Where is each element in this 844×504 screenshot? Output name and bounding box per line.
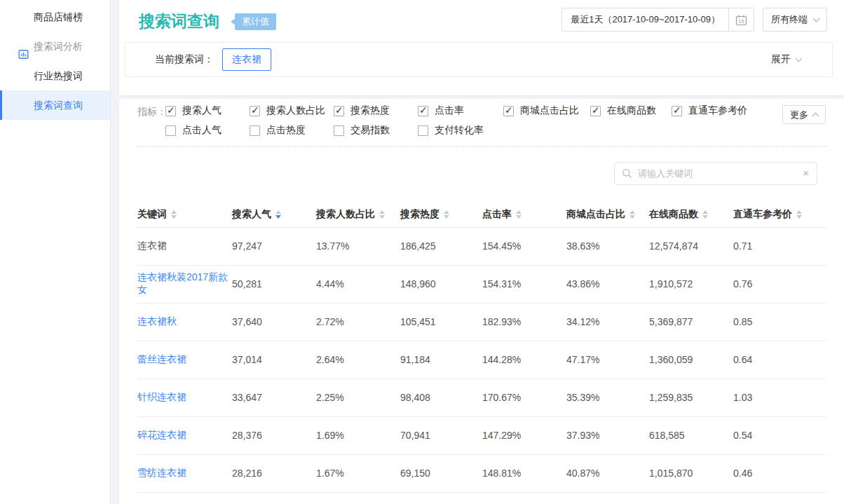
metric-cell: 0.46 [733, 454, 826, 492]
checkbox-icon [334, 125, 344, 136]
metric-cell: 1,015,870 [649, 454, 733, 492]
indicator-checkbox[interactable]: 点击人气 [165, 125, 222, 136]
indicator-label: 点击热度 [266, 124, 306, 137]
date-range-button[interactable]: 最近1天（2017-10-09~2017-10-09） [562, 8, 728, 31]
indicator-checkbox[interactable]: 支付转化率 [418, 125, 484, 136]
table-row: 碎花连衣裙28,3761.69%70,941147.29%37.93%618,5… [137, 416, 826, 454]
dotted-divider [137, 146, 827, 147]
main-area: 搜索词查询 累计值 最近1天（2017-10-09~2017-10-09） 15 [119, 0, 844, 504]
metric-cell: 34.12% [566, 303, 649, 341]
metric-cell: 618,585 [649, 416, 733, 454]
checkbox-icon [250, 106, 260, 116]
sidebar-item-2[interactable]: 搜索词分析 [0, 32, 110, 61]
sidebar-item-1[interactable]: 商品店铺榜 [0, 2, 110, 32]
current-term-chip[interactable]: 连衣裙 [222, 48, 271, 71]
indicator-checkbox[interactable]: 商城点击占比 [503, 105, 579, 116]
metric-cell: 13.77% [316, 227, 400, 265]
metric-cell: 147.29% [482, 416, 566, 454]
keyword-link[interactable]: 连衣裙秋装2017新款女 [137, 271, 228, 295]
keyword-link[interactable]: 针织连衣裙 [137, 391, 186, 402]
metric-cell: 35.39% [566, 379, 649, 416]
indicator-label: 搜索热度 [350, 104, 390, 117]
checkbox-icon [165, 125, 176, 136]
keyword-link[interactable]: 连衣裙秋 [137, 315, 177, 327]
indicator-label: 点击人气 [182, 124, 222, 137]
metric-cell: 33,647 [232, 379, 316, 416]
checkbox-icon [672, 106, 682, 116]
column-header[interactable]: 商城点击占比 [566, 203, 649, 227]
keyword-link[interactable]: 碎花连衣裙 [137, 429, 186, 440]
keyword-search-input[interactable] [638, 163, 796, 184]
checkbox-icon [503, 106, 514, 116]
metric-cell: 2.25% [316, 379, 400, 416]
metric-cell: 0.71 [733, 227, 826, 265]
more-label: 更多 [790, 109, 808, 121]
metric-cell: 0.76 [733, 265, 826, 303]
metric-cell: 98,408 [400, 379, 482, 416]
column-header[interactable]: 点击率 [482, 203, 566, 227]
column-header[interactable]: 在线商品数 [649, 203, 733, 227]
indicator-label: 搜索人数占比 [266, 104, 325, 117]
more-button[interactable]: 更多 [782, 105, 826, 124]
terminal-select[interactable]: 所有终端 [763, 8, 827, 32]
metric-cell: 105,451 [400, 303, 482, 341]
metric-cell: 70,941 [400, 416, 482, 454]
title-row: 搜索词查询 累计值 最近1天（2017-10-09~2017-10-09） 15 [119, 0, 844, 41]
terminal-select-value: 所有终端 [771, 13, 808, 26]
indicator-checkbox[interactable]: 点击热度 [250, 125, 306, 136]
metric-cell: 12,574,874 [649, 227, 733, 265]
checkbox-icon [418, 125, 428, 136]
column-header[interactable]: 搜索人气 [232, 203, 316, 227]
keyword-search-box: × [614, 162, 817, 185]
metric-cell: 148.81% [482, 454, 566, 492]
indicator-checkbox[interactable]: 交易指数 [334, 125, 390, 136]
column-header[interactable]: 直通车参考价 [733, 203, 826, 227]
clear-search-icon[interactable]: × [803, 167, 809, 179]
checkbox-icon [334, 106, 344, 116]
keyword-link[interactable]: 雪纺连衣裙 [137, 467, 186, 478]
metric-cell: 1,910,572 [649, 265, 733, 303]
column-header-label: 点击率 [482, 208, 512, 221]
metric-cell: 47.17% [566, 341, 649, 379]
indicator-checkbox[interactable]: 点击率 [418, 105, 464, 116]
indicator-checkbox[interactable]: 搜索人气 [165, 105, 222, 116]
sidebar-item-label: 搜索词查询 [34, 100, 83, 111]
current-term-panel: 当前搜索词： 连衣裙 展开 [125, 42, 833, 77]
metric-cell: 0.64 [733, 341, 826, 379]
table-row: 蕾丝连衣裙37,0142.64%91,184144.28%47.17%1,360… [137, 341, 826, 379]
column-header-label: 商城点击占比 [566, 208, 625, 221]
sidebar-item-3[interactable]: 行业热搜词 [0, 61, 110, 90]
metric-cell: 170.67% [482, 379, 566, 416]
indicator-checkbox[interactable]: 直通车参考价 [672, 105, 747, 116]
column-header[interactable]: 搜索热度 [400, 203, 482, 227]
metric-cell: 1,259,835 [649, 379, 733, 416]
metric-cell: 69,150 [400, 454, 482, 492]
metric-cell: 4.44% [316, 265, 400, 303]
sort-arrows-icon [629, 210, 635, 219]
column-header-label: 搜索人数占比 [316, 208, 375, 221]
metric-cell: 50,281 [232, 265, 316, 303]
indicators-panel: 指标： 搜索人气 搜索人数占比 搜索热度 点击率 商城点击占比 在线商品数 直通… [119, 105, 844, 142]
keyword-link[interactable]: 蕾丝连衣裙 [137, 353, 186, 365]
table-header-row: 关键词 搜索人气 搜索人数占比 搜索热度 点击率 [137, 203, 826, 227]
column-header-label: 搜索人气 [232, 208, 271, 221]
column-header-label: 关键词 [137, 208, 167, 221]
sidebar-item-4[interactable]: 搜索词查询 [0, 90, 110, 120]
indicator-label: 在线商品数 [607, 104, 656, 117]
indicator-checkbox[interactable]: 搜索热度 [334, 105, 390, 116]
table-row: 连衣裙秋装2017新款女50,2814.44%148,960154.31%43.… [137, 265, 826, 303]
indicator-checkbox[interactable]: 在线商品数 [590, 105, 656, 116]
metric-cell: 97,247 [232, 227, 316, 265]
indicator-label: 交易指数 [350, 124, 390, 137]
sidebar-item-label: 行业热搜词 [34, 70, 83, 81]
metric-cell: 38.63% [566, 227, 649, 265]
calendar-picker-button[interactable]: 15 [728, 8, 754, 31]
expand-toggle[interactable]: 展开 [771, 53, 801, 66]
table-row: 雪纺连衣裙28,2161.67%69,150148.81%40.87%1,015… [137, 454, 826, 492]
column-header-label: 搜索热度 [400, 208, 440, 221]
indicator-checkbox[interactable]: 搜索人数占比 [250, 105, 325, 116]
column-header[interactable]: 搜索人数占比 [316, 203, 400, 227]
metric-cell: 1.67% [316, 454, 400, 492]
metric-cell: 5,369,877 [649, 303, 733, 341]
metric-cell: 91,184 [400, 341, 482, 379]
